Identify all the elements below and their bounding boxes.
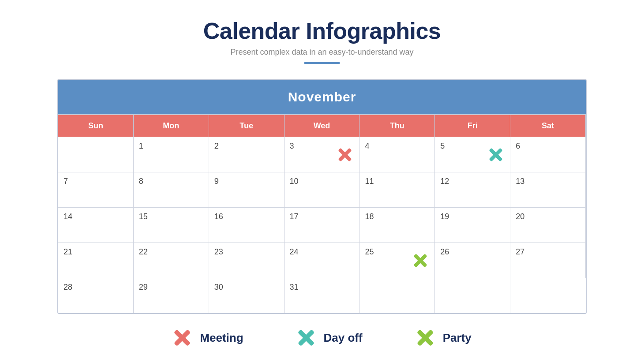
day-number: 31: [290, 283, 299, 292]
calendar-day-cell: 13: [510, 172, 586, 207]
page-title: Calendar Infographics: [203, 18, 441, 44]
page-header: Calendar Infographics Present complex da…: [203, 18, 441, 64]
day-number: 5: [440, 142, 445, 151]
day-of-week-header: Mon: [134, 115, 209, 137]
legend-item-dayoff: Day off: [296, 328, 363, 347]
calendar-day-cell: 6: [510, 137, 586, 172]
header-underline: [304, 62, 340, 64]
day-number: 4: [365, 142, 369, 151]
day-number: 3: [290, 142, 294, 151]
legend-item-meeting: Meeting: [172, 328, 243, 347]
calendar: November SunMonTueWedThuFriSat1234567891…: [57, 79, 587, 314]
day-number: 6: [516, 142, 520, 151]
day-number: 13: [516, 177, 524, 186]
day-of-week-header: Sun: [58, 115, 134, 137]
calendar-day-cell: [58, 137, 134, 172]
day-number: 25: [365, 247, 374, 257]
calendar-day-cell: 21: [58, 243, 134, 278]
month-label: November: [288, 90, 356, 104]
day-number: 11: [365, 177, 374, 186]
day-number: 29: [139, 283, 148, 292]
legend-label-party: Party: [443, 331, 472, 345]
day-number: 19: [440, 212, 449, 221]
day-of-week-header: Thu: [359, 115, 435, 137]
legend: MeetingDay offParty: [57, 328, 587, 347]
calendar-day-cell: 23: [209, 243, 285, 278]
calendar-day-cell: 16: [209, 207, 285, 243]
calendar-day-cell: 27: [510, 243, 586, 278]
day-number: 28: [64, 283, 72, 292]
legend-icon-dayoff: [296, 328, 316, 347]
calendar-day-cell: 5: [435, 137, 510, 172]
calendar-day-cell: 12: [435, 172, 510, 207]
legend-label-meeting: Meeting: [200, 331, 243, 345]
day-number: 8: [139, 177, 143, 186]
day-number: 9: [214, 177, 219, 186]
day-number: 21: [64, 247, 72, 257]
calendar-day-cell: [435, 278, 510, 313]
calendar-day-cell: 8: [134, 172, 209, 207]
day-of-week-header: Sat: [510, 115, 586, 137]
calendar-day-cell: 7: [58, 172, 134, 207]
calendar-day-cell: 1: [134, 137, 209, 172]
calendar-day-cell: 17: [285, 207, 360, 243]
calendar-day-cell: 10: [285, 172, 360, 207]
day-number: 23: [214, 247, 223, 257]
calendar-day-cell: 15: [134, 207, 209, 243]
day-number: 18: [365, 212, 374, 221]
calendar-day-cell: 4: [359, 137, 435, 172]
calendar-day-cell: 20: [510, 207, 586, 243]
calendar-day-cell: 31: [285, 278, 360, 313]
calendar-day-cell: 29: [134, 278, 209, 313]
legend-item-party: Party: [416, 328, 472, 347]
calendar-day-cell: 22: [134, 243, 209, 278]
day-number: 7: [64, 177, 68, 186]
calendar-day-cell: 9: [209, 172, 285, 207]
calendar-day-cell: [510, 278, 586, 313]
day-of-week-header: Tue: [209, 115, 285, 137]
calendar-day-cell: 26: [435, 243, 510, 278]
page-subtitle: Present complex data in an easy-to-under…: [203, 48, 441, 57]
day-number: 20: [516, 212, 524, 221]
day-of-week-header: Wed: [285, 115, 360, 137]
day-number: 1: [139, 142, 143, 151]
calendar-day-cell: 25: [359, 243, 435, 278]
calendar-day-cell: [359, 278, 435, 313]
calendar-day-cell: 24: [285, 243, 360, 278]
event-icon-meeting: [337, 147, 353, 163]
day-number: 30: [214, 283, 223, 292]
calendar-day-cell: 14: [58, 207, 134, 243]
day-number: 15: [139, 212, 148, 221]
day-number: 27: [516, 247, 524, 257]
day-of-week-header: Fri: [435, 115, 510, 137]
calendar-day-cell: 2: [209, 137, 285, 172]
calendar-day-cell: 19: [435, 207, 510, 243]
legend-icon-meeting: [172, 328, 192, 347]
event-icon-dayoff: [488, 147, 504, 163]
day-number: 16: [214, 212, 223, 221]
day-number: 17: [290, 212, 299, 221]
day-number: 22: [139, 247, 148, 257]
legend-icon-party: [416, 328, 435, 347]
calendar-day-cell: 11: [359, 172, 435, 207]
day-number: 14: [64, 212, 72, 221]
legend-label-dayoff: Day off: [324, 331, 363, 345]
event-icon-party: [412, 253, 428, 269]
calendar-day-cell: 28: [58, 278, 134, 313]
day-number: 10: [290, 177, 299, 186]
day-number: 24: [290, 247, 299, 257]
calendar-grid: SunMonTueWedThuFriSat1234567891011121314…: [58, 114, 586, 313]
calendar-day-cell: 3: [285, 137, 360, 172]
day-number: 26: [440, 247, 449, 257]
day-number: 12: [440, 177, 449, 186]
calendar-day-cell: 30: [209, 278, 285, 313]
day-number: 2: [214, 142, 219, 151]
month-header: November: [58, 80, 586, 114]
calendar-day-cell: 18: [359, 207, 435, 243]
